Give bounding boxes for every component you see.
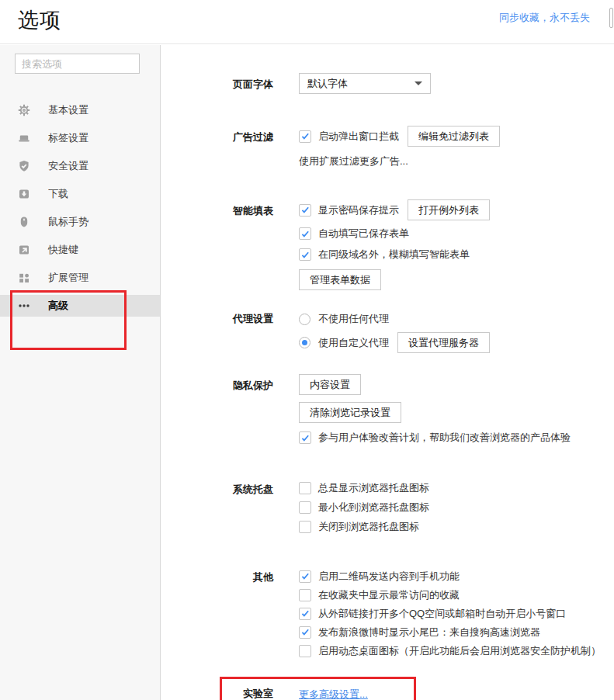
checkbox-autofill-saved-forms-label: 自动填写已保存表单 xyxy=(318,227,409,241)
checkbox-qrcode-send-label: 启用二维码发送内容到手机功能 xyxy=(318,570,460,584)
checkbox-fuzzy-fill-smart-forms[interactable] xyxy=(299,248,311,261)
checkbox-qrcode-send[interactable] xyxy=(299,570,311,583)
sidebar-item-extension-management[interactable]: 扩展管理 xyxy=(0,267,160,289)
checkbox-qq-multi-window-label: 从外部链接打开多个QQ空间或邮箱时自动开启小号窗口 xyxy=(318,607,566,621)
manage-form-data-button[interactable]: 管理表单数据 xyxy=(299,269,381,290)
sidebar: 基本设置 标签设置 安全设置 下载 xyxy=(0,45,161,700)
more-advanced-settings-link[interactable]: 更多高级设置... xyxy=(299,688,368,700)
open-exceptions-button[interactable]: 打开例外列表 xyxy=(408,199,490,220)
checkbox-qq-multi-window[interactable] xyxy=(299,608,311,620)
sidebar-item-mouse-gesture[interactable]: 鼠标手势 xyxy=(0,211,160,233)
chevron-down-icon xyxy=(415,81,422,85)
checkbox-dynamic-desktop-icon-label: 启用动态桌面图标（开启此功能后会启用浏览器安全防护机制） xyxy=(318,644,601,658)
download-icon xyxy=(18,188,30,200)
settings-content: 页面字体 默认字体 广告过滤 启动弹出窗口拦截 编辑免过滤列表 使用扩展过滤更多… xyxy=(161,44,614,700)
section-label-proxy: 代理设置 xyxy=(161,310,273,353)
checkbox-tray-minimize-label: 最小化到浏览器托盘图标 xyxy=(318,501,429,515)
sidebar-item-label: 扩展管理 xyxy=(48,271,88,285)
clear-browsing-data-button[interactable]: 清除浏览记录设置 xyxy=(299,402,401,423)
sidebar-item-label: 下载 xyxy=(48,187,68,201)
section-lab: 实验室 更多高级设置... xyxy=(161,687,614,700)
section-privacy: 隐私保护 内容设置 清除浏览记录设置 参与用户体验改善计划，帮助我们改善浏览器的… xyxy=(161,374,614,445)
section-label-ad-filter: 广告过滤 xyxy=(161,126,273,168)
sidebar-item-advanced[interactable]: 高级 xyxy=(0,295,160,317)
radio-no-proxy-label: 不使用任何代理 xyxy=(318,312,389,326)
section-label-lab: 实验室 xyxy=(161,687,273,700)
sidebar-item-tab-settings[interactable]: 标签设置 xyxy=(0,127,160,149)
section-label-other: 其他 xyxy=(161,569,273,662)
checkbox-password-save-prompt-label: 显示密码保存提示 xyxy=(318,203,399,217)
section-system-tray: 系统托盘 总是显示浏览器托盘图标 最小化到浏览器托盘图标 关闭到浏览器托盘图标 xyxy=(161,481,614,539)
sidebar-item-label: 基本设置 xyxy=(48,103,88,117)
radio-custom-proxy-label: 使用自定义代理 xyxy=(318,336,389,350)
section-proxy: 代理设置 不使用任何代理 使用自定义代理 设置代理服务器 xyxy=(161,310,614,353)
ellipsis-icon xyxy=(18,300,30,312)
gear-icon xyxy=(18,104,30,116)
checkbox-tray-always-show-label: 总是显示浏览器托盘图标 xyxy=(318,481,429,495)
page-font-select-value: 默认字体 xyxy=(307,77,348,91)
content-settings-button[interactable]: 内容设置 xyxy=(299,374,361,395)
search-input[interactable] xyxy=(15,54,140,74)
section-ad-filter: 广告过滤 启动弹出窗口拦截 编辑免过滤列表 使用扩展过滤更多广告... xyxy=(161,126,614,168)
checkbox-tray-close[interactable] xyxy=(299,521,311,533)
checkbox-weibo-tail-label: 发布新浪微博时显示小尾巴：来自搜狗高速浏览器 xyxy=(318,625,540,639)
checkbox-tray-close-label: 关闭到浏览器托盘图标 xyxy=(318,520,419,534)
extensions-icon xyxy=(18,272,30,284)
edit-filter-whitelist-button[interactable]: 编辑免过滤列表 xyxy=(408,126,500,147)
sidebar-nav: 基本设置 标签设置 安全设置 下载 xyxy=(0,99,160,317)
checkbox-dynamic-desktop-icon[interactable] xyxy=(299,645,311,657)
options-page: 选项 同步收藏，永不丢失 基本设置 标签设置 安全设置 xyxy=(0,0,614,700)
sidebar-item-shortcut-keys[interactable]: 快捷键 xyxy=(0,239,160,261)
set-proxy-server-button[interactable]: 设置代理服务器 xyxy=(397,332,490,353)
tab-icon xyxy=(18,132,30,144)
checkbox-password-save-prompt[interactable] xyxy=(299,204,311,217)
section-page-font: 页面字体 默认字体 xyxy=(161,73,614,94)
ad-filter-note: 使用扩展过滤更多广告... xyxy=(299,154,614,168)
checkbox-weibo-tail[interactable] xyxy=(299,626,311,639)
sidebar-item-label: 高级 xyxy=(48,299,68,313)
header: 选项 同步收藏，永不丢失 xyxy=(0,0,614,44)
checkbox-favorites-most-visited[interactable] xyxy=(299,589,311,601)
checkbox-ux-improvement[interactable] xyxy=(299,431,311,444)
checkbox-tray-minimize[interactable] xyxy=(299,501,311,514)
section-label-system-tray: 系统托盘 xyxy=(161,481,273,539)
section-smart-fill: 智能填表 显示密码保存提示 打开例外列表 自动填写已保存表单 在同级域名外，模糊… xyxy=(161,199,614,290)
checkbox-favorites-most-visited-label: 在收藏夹中显示最常访问的收藏 xyxy=(318,588,460,602)
radio-custom-proxy[interactable] xyxy=(299,337,310,348)
checkbox-autofill-saved-forms[interactable] xyxy=(299,227,311,240)
sync-favorites-link[interactable]: 同步收藏，永不丢失 xyxy=(499,11,590,25)
sidebar-item-label: 标签设置 xyxy=(48,131,88,145)
checkbox-ux-improvement-label: 参与用户体验改善计划，帮助我们改善浏览器的产品体验 xyxy=(318,431,571,445)
radio-no-proxy[interactable] xyxy=(299,314,310,325)
section-label-privacy: 隐私保护 xyxy=(161,374,273,445)
page-title: 选项 xyxy=(18,6,61,34)
scrollbar-thumb[interactable] xyxy=(609,8,613,28)
mouse-icon xyxy=(18,216,30,228)
sidebar-item-security-settings[interactable]: 安全设置 xyxy=(0,155,160,177)
sidebar-item-basic-settings[interactable]: 基本设置 xyxy=(0,99,160,121)
section-label-page-font: 页面字体 xyxy=(161,73,273,94)
sidebar-item-label: 鼠标手势 xyxy=(48,215,88,229)
section-label-smart-fill: 智能填表 xyxy=(161,199,273,290)
checkbox-popup-block-label: 启动弹出窗口拦截 xyxy=(318,130,399,144)
checkbox-popup-block[interactable] xyxy=(299,130,311,143)
checkbox-fuzzy-fill-smart-forms-label: 在同级域名外，模糊填写智能表单 xyxy=(318,248,470,262)
section-other: 其他 启用二维码发送内容到手机功能 在收藏夹中显示最常访问的收藏 从外部链接打开… xyxy=(161,569,614,662)
sidebar-item-label: 安全设置 xyxy=(48,159,88,173)
sidebar-item-download[interactable]: 下载 xyxy=(0,183,160,205)
checkbox-tray-always-show[interactable] xyxy=(299,482,311,494)
sidebar-item-label: 快捷键 xyxy=(48,243,78,257)
shortcut-icon xyxy=(18,244,30,256)
shield-icon xyxy=(18,160,30,172)
page-font-select[interactable]: 默认字体 xyxy=(299,73,431,94)
